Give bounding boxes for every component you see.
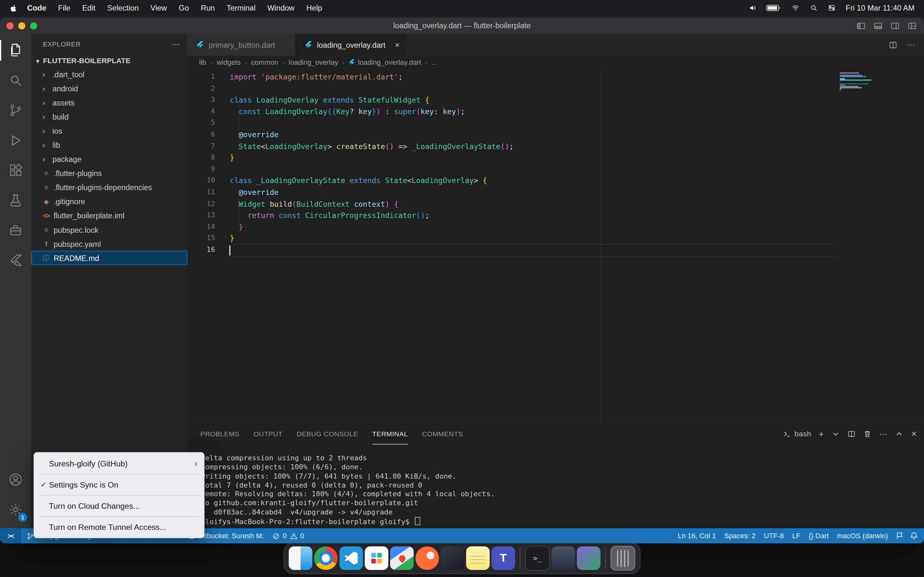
- menu-go[interactable]: Go: [173, 3, 195, 13]
- dock-terminal-icon[interactable]: >_: [525, 546, 550, 571]
- dock-console-icon[interactable]: [551, 546, 575, 570]
- titlebar[interactable]: loading_overlay.dart — flutter-boilerpla…: [0, 18, 924, 34]
- dock-monitor-icon[interactable]: [577, 546, 600, 570]
- menu-view[interactable]: View: [145, 3, 173, 13]
- explorer-item-lib[interactable]: ›lib: [31, 138, 187, 152]
- menubar-clock[interactable]: Fri 10 Mar 11:40 AM: [846, 3, 915, 13]
- dock-stickies-icon[interactable]: [466, 546, 489, 570]
- breadcrumb-item-[interactable]: ...: [431, 58, 437, 67]
- panel-tab-problems[interactable]: PROBLEMS: [200, 424, 239, 444]
- tab-primary-button-dart[interactable]: primary_button.dart×: [187, 34, 296, 56]
- menu-code[interactable]: Code: [21, 3, 52, 13]
- status-os[interactable]: macOS (darwin): [833, 528, 892, 544]
- code-editor[interactable]: 1import 'package:flutter/material.dart';…: [187, 69, 924, 424]
- status-problems[interactable]: 00: [268, 528, 309, 544]
- explorer-item-pubspec-lock[interactable]: ≡pubspec.lock: [31, 222, 187, 237]
- menu-edit[interactable]: Edit: [76, 3, 102, 13]
- split-editor-icon[interactable]: [889, 40, 898, 49]
- source-control-icon[interactable]: [0, 95, 31, 126]
- menu-window[interactable]: Window: [262, 3, 300, 13]
- explorer-item-gitignore[interactable]: ◆.gitignore: [31, 194, 187, 208]
- terminal-shell-selector[interactable]: bash: [783, 430, 811, 438]
- panel-tab-debug-console[interactable]: DEBUG CONSOLE: [297, 424, 358, 444]
- search-icon[interactable]: [0, 65, 31, 95]
- menu-item-settings-sync-is-on[interactable]: ✓Settings Sync is On: [34, 476, 205, 493]
- explorer-item-pubspec-yaml[interactable]: !pubspec.yaml: [31, 237, 187, 251]
- menu-item-turn-on-remote-tunnel-access[interactable]: Turn on Remote Tunnel Access...: [34, 519, 205, 535]
- explorer-item-readme-md[interactable]: ⓘREADME.md: [31, 251, 187, 265]
- dock-postman-icon[interactable]: [415, 546, 439, 570]
- toggle-secondary-sidebar-icon[interactable]: [890, 21, 900, 30]
- explorer-item-package[interactable]: ›package: [31, 152, 187, 166]
- explorer-item-assets[interactable]: ›assets: [31, 95, 187, 110]
- flutter-icon[interactable]: [0, 245, 31, 276]
- dock-darkapp-icon[interactable]: [441, 546, 464, 570]
- close-panel-icon[interactable]: ×: [911, 429, 917, 438]
- minimize-window-button[interactable]: [18, 22, 25, 29]
- breadcrumb-item-common[interactable]: common: [251, 58, 278, 67]
- split-terminal-icon[interactable]: [847, 430, 856, 438]
- explorer-icon[interactable]: [0, 35, 31, 65]
- remote-indicator[interactable]: ><: [0, 528, 21, 544]
- close-window-button[interactable]: [6, 22, 13, 29]
- dock-chrome-icon[interactable]: [314, 546, 338, 570]
- breadcrumb-item-loading-overlay-dart[interactable]: loading_overlay.dart: [349, 58, 421, 67]
- accounts-icon[interactable]: [0, 464, 31, 495]
- explorer-item-ios[interactable]: ›ios: [31, 124, 187, 138]
- menu-selection[interactable]: Selection: [102, 3, 145, 13]
- wifi-icon[interactable]: [791, 4, 800, 12]
- explorer-item-flutter-plugins-dependencies[interactable]: ≡.flutter-plugins-dependencies: [31, 180, 187, 194]
- menu-file[interactable]: File: [52, 3, 76, 13]
- settings-icon[interactable]: 1: [0, 495, 31, 525]
- explorer-item-build[interactable]: ›build: [31, 110, 187, 124]
- close-tab-icon[interactable]: ×: [395, 40, 400, 49]
- toggle-panel-icon[interactable]: [873, 21, 883, 30]
- volume-icon[interactable]: [749, 4, 757, 12]
- dock-maps-icon[interactable]: [390, 546, 414, 570]
- terminal-output[interactable]: Delta compression using up to 2 threadsC…: [187, 444, 924, 528]
- toolbox-icon[interactable]: [0, 215, 31, 245]
- status-cursor-position[interactable]: Ln 16, Col 1: [674, 528, 720, 544]
- dock-trash-icon[interactable]: [611, 546, 635, 571]
- menu-help[interactable]: Help: [300, 3, 328, 13]
- tab-loading-overlay-dart[interactable]: loading_overlay.dart×: [296, 34, 406, 56]
- menu-run[interactable]: Run: [195, 3, 221, 13]
- control-center-icon[interactable]: [827, 4, 837, 12]
- zoom-window-button[interactable]: [30, 22, 37, 29]
- extensions-icon[interactable]: [0, 155, 31, 185]
- menu-item-turn-on-cloud-changes[interactable]: Turn on Cloud Changes...: [34, 498, 205, 514]
- kill-terminal-icon[interactable]: [863, 430, 872, 438]
- maximize-panel-icon[interactable]: [895, 430, 904, 438]
- dock-slack-icon[interactable]: [365, 546, 388, 570]
- editor-more-actions-icon[interactable]: ⋯: [906, 39, 915, 50]
- toggle-sidebar-icon[interactable]: [856, 21, 866, 30]
- explorer-item-flutter-boilerplate-iml[interactable]: <>flutter_boilerplate.iml: [31, 208, 187, 222]
- panel-tab-output[interactable]: OUTPUT: [254, 424, 282, 444]
- explorer-item-android[interactable]: ›android: [31, 81, 187, 95]
- battery-icon[interactable]: [766, 4, 782, 12]
- testing-icon[interactable]: [0, 185, 31, 216]
- explorer-item-dart-tool[interactable]: ›.dart_tool: [31, 67, 187, 81]
- dock-teams-icon[interactable]: T: [491, 546, 515, 570]
- status-language[interactable]: {} Dart: [804, 528, 833, 544]
- breadcrumb-item-widgets[interactable]: widgets: [216, 58, 241, 67]
- dock-finder-icon[interactable]: [289, 546, 312, 570]
- panel-tab-terminal[interactable]: TERMINAL: [372, 424, 408, 444]
- status-encoding[interactable]: UTF-8: [760, 528, 788, 544]
- breadcrumb-item-loading-overlay[interactable]: loading_overlay: [289, 58, 338, 67]
- panel-more-actions-icon[interactable]: ⋯: [879, 430, 887, 438]
- notifications-bell-icon[interactable]: [910, 532, 918, 540]
- panel-tab-comments[interactable]: COMMENTS: [422, 424, 463, 444]
- new-terminal-icon[interactable]: +: [819, 430, 824, 438]
- explorer-item-flutter-plugins[interactable]: ≡.flutter-plugins: [31, 166, 187, 180]
- menu-terminal[interactable]: Terminal: [221, 3, 262, 13]
- customize-layout-icon[interactable]: [908, 21, 917, 30]
- explorer-more-icon[interactable]: ⋯: [172, 39, 180, 48]
- run-debug-icon[interactable]: [0, 125, 31, 155]
- feedback-icon[interactable]: [896, 532, 904, 540]
- minimap[interactable]: [840, 73, 879, 92]
- spotlight-icon[interactable]: [810, 4, 818, 12]
- explorer-root-folder[interactable]: ▾ FLUTTER-BOILERPLATE: [31, 54, 187, 67]
- status-eol[interactable]: LF: [788, 528, 804, 544]
- dock-vscode-icon[interactable]: [339, 546, 363, 570]
